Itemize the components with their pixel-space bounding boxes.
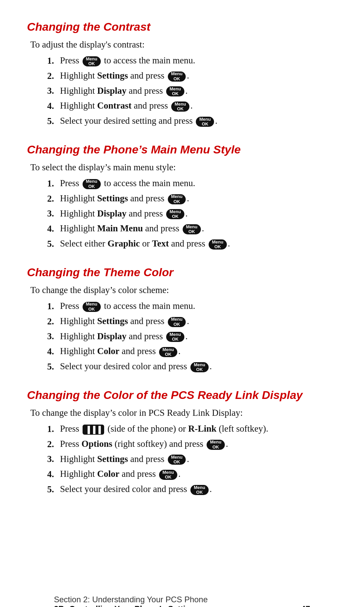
step-text: Highlight Display and press MenuOK.	[60, 208, 188, 220]
menu-ok-button: MenuOK	[168, 317, 186, 327]
step-number: 2.	[47, 194, 57, 204]
step-number: 2.	[47, 71, 57, 81]
menu-ok-button: MenuOK	[209, 239, 227, 250]
step-item: 5.Select your desired color and press Me…	[47, 361, 337, 372]
step-item: 1.Press MenuOK to access the main menu.	[47, 178, 337, 189]
step-number: 1.	[47, 56, 57, 66]
section-title-menu-style: Changing the Phone’s Main Menu Style	[27, 143, 337, 156]
menu-ok-button: MenuOK	[171, 102, 189, 112]
section-title-theme-color: Changing the Theme Color	[27, 266, 337, 279]
step-number: 2.	[47, 316, 57, 327]
footer: Section 2: Understanding Your PCS Phone …	[54, 595, 310, 607]
bold-text: Graphic	[108, 238, 140, 249]
step-text: Highlight Contrast and press MenuOK.	[60, 100, 193, 112]
step-item: 3.Highlight Settings and press MenuOK.	[47, 454, 337, 465]
menu-ok-button: MenuOK	[166, 209, 184, 219]
section-intro-menu-style: To select the display’s main menu style:	[30, 162, 337, 173]
bold-text: Color	[97, 346, 119, 356]
step-text: Select either Graphic or Text and press …	[60, 238, 230, 250]
page-wrapper: Changing the ContrastTo adjust the displ…	[27, 20, 337, 607]
section-pcs-link: Changing the Color of the PCS Ready Link…	[27, 388, 337, 495]
menu-ok-button: MenuOK	[168, 455, 186, 465]
bold-text: Settings	[97, 454, 128, 464]
bold-text: Color	[97, 469, 119, 479]
section-contrast: Changing the ContrastTo adjust the displ…	[27, 20, 337, 127]
section-title-pcs-link: Changing the Color of the PCS Ready Link…	[27, 388, 337, 402]
step-item: 3.Highlight Display and press MenuOK.	[47, 331, 337, 342]
menu-ok-button: MenuOK	[190, 362, 209, 372]
bold-text: Settings	[97, 316, 128, 326]
step-text: Highlight Color and press MenuOK.	[60, 469, 181, 480]
section-title-contrast: Changing the Contrast	[27, 20, 337, 33]
step-text: Press MenuOK to access the main menu.	[60, 55, 195, 66]
step-number: 4.	[47, 346, 57, 357]
step-text: Select your desired color and press Menu…	[60, 484, 212, 495]
step-item: 2.Press Options (right softkey) and pres…	[47, 439, 337, 450]
step-number: 3.	[47, 208, 57, 219]
step-number: 4.	[47, 224, 57, 234]
step-text: Highlight Display and press MenuOK.	[60, 331, 188, 342]
step-number: 3.	[47, 331, 57, 342]
step-number: 5.	[47, 239, 57, 249]
step-text: Press ▐▐▐ (side of the phone) or R-Link …	[60, 424, 268, 435]
menu-ok-button: MenuOK	[190, 485, 209, 495]
menu-ok-button: MenuOK	[166, 86, 184, 96]
step-text: Select your desired setting and press Me…	[60, 116, 217, 127]
footer-page-label: 2B: Controlling Your Phone’s Settings	[54, 604, 200, 607]
bold-text: Text	[152, 238, 169, 249]
footer-bottom: 2B: Controlling Your Phone’s Settings 47	[54, 604, 310, 607]
section-intro-contrast: To adjust the display's contrast:	[30, 39, 337, 50]
section-theme-color: Changing the Theme ColorTo change the di…	[27, 266, 337, 372]
step-item: 4.Highlight Color and press MenuOK.	[47, 346, 337, 357]
menu-ok-button: MenuOK	[83, 302, 101, 312]
step-number: 1.	[47, 301, 57, 312]
step-text: Highlight Settings and press MenuOK.	[60, 454, 189, 465]
step-item: 5.Select your desired setting and press …	[47, 116, 337, 127]
step-text: Press MenuOK to access the main menu.	[60, 178, 195, 189]
step-item: 1.Press MenuOK to access the main menu.	[47, 55, 337, 66]
step-item: 4.Highlight Contrast and press MenuOK.	[47, 100, 337, 112]
step-item: 2.Highlight Settings and press MenuOK.	[47, 70, 337, 82]
footer-section-label: Section 2: Understanding Your PCS Phone	[54, 595, 310, 604]
step-item: 3.Highlight Display and press MenuOK.	[47, 208, 337, 220]
step-text: Highlight Settings and press MenuOK.	[60, 193, 189, 204]
step-item: 3.Highlight Display and press MenuOK.	[47, 86, 337, 97]
bold-text: R-Link	[188, 424, 216, 434]
step-text: Highlight Display and press MenuOK.	[60, 86, 188, 97]
step-item: 2.Highlight Settings and press MenuOK.	[47, 193, 337, 204]
menu-ok-button: MenuOK	[207, 440, 225, 450]
step-number: 1.	[47, 178, 57, 189]
bold-text: Display	[97, 86, 126, 96]
step-item: 4.Highlight Color and press MenuOK.	[47, 469, 337, 480]
step-text: Press Options (right softkey) and press …	[60, 439, 228, 450]
bold-text: Display	[97, 208, 126, 219]
step-item: 5.Select your desired color and press Me…	[47, 484, 337, 495]
bold-text: Main Menu	[97, 223, 143, 233]
step-text: Highlight Color and press MenuOK.	[60, 346, 181, 357]
steps-list-pcs-link: 1.Press ▐▐▐ (side of the phone) or R-Lin…	[47, 424, 337, 495]
menu-ok-button: MenuOK	[83, 56, 101, 66]
section-intro-theme-color: To change the display’s color scheme:	[30, 285, 337, 295]
steps-list-menu-style: 1.Press MenuOK to access the main menu.2…	[47, 178, 337, 250]
step-item: 1.Press MenuOK to access the main menu.	[47, 301, 337, 312]
menu-ok-button: MenuOK	[166, 332, 184, 342]
step-item: 2.Highlight Settings and press MenuOK.	[47, 316, 337, 327]
bold-text: Contrast	[97, 100, 131, 111]
steps-list-theme-color: 1.Press MenuOK to access the main menu.2…	[47, 301, 337, 372]
footer-page-number: 47	[301, 604, 310, 607]
steps-list-contrast: 1.Press MenuOK to access the main menu.2…	[47, 55, 337, 127]
menu-ok-button: MenuOK	[168, 194, 186, 204]
step-item: 4.Highlight Main Menu and press MenuOK.	[47, 223, 337, 234]
step-item: 1.Press ▐▐▐ (side of the phone) or R-Lin…	[47, 424, 337, 435]
rlink-button: ▐▐▐	[83, 425, 104, 435]
bold-text: Options	[82, 439, 113, 449]
step-number: 1.	[47, 424, 57, 434]
bold-text: Display	[97, 331, 126, 341]
step-number: 4.	[47, 101, 57, 111]
step-item: 5.Select either Graphic or Text and pres…	[47, 238, 337, 250]
step-number: 5.	[47, 484, 57, 495]
step-number: 2.	[47, 439, 57, 450]
step-number: 3.	[47, 454, 57, 464]
section-intro-pcs-link: To change the display’s color in PCS Rea…	[30, 408, 337, 418]
step-number: 5.	[47, 116, 57, 126]
